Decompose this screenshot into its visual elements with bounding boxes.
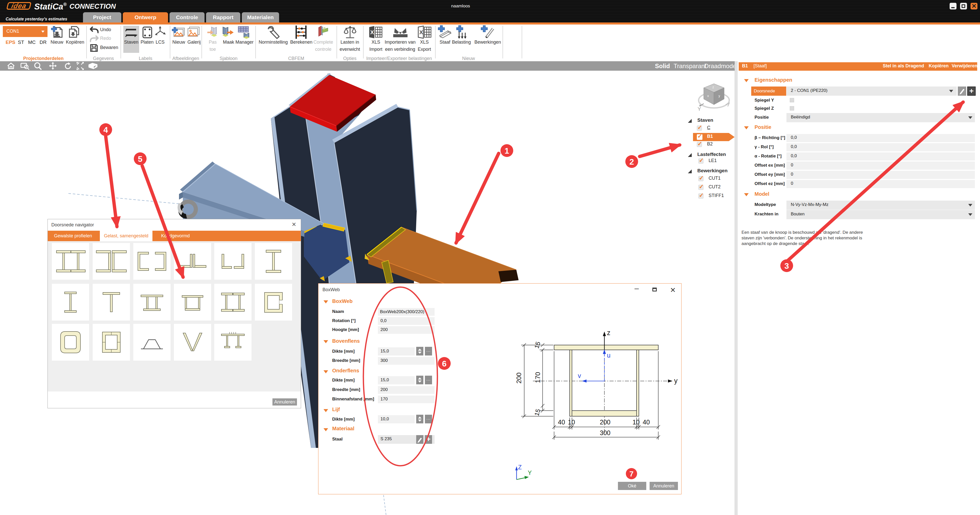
svg-text:40: 40 bbox=[558, 418, 565, 426]
svg-text:200: 200 bbox=[515, 373, 523, 383]
svg-text:15: 15 bbox=[533, 341, 542, 350]
svg-text:v: v bbox=[578, 372, 581, 379]
svg-text:Y: Y bbox=[528, 470, 531, 476]
svg-text:Z: Z bbox=[518, 464, 522, 470]
svg-text:170: 170 bbox=[534, 372, 542, 383]
svg-text:u: u bbox=[607, 352, 611, 359]
svg-text:10: 10 bbox=[633, 418, 640, 426]
svg-text:z: z bbox=[713, 86, 714, 89]
svg-text:y: y bbox=[719, 94, 720, 98]
svg-text:z: z bbox=[607, 329, 611, 337]
svg-text:15: 15 bbox=[533, 409, 542, 417]
svg-text:X: X bbox=[370, 29, 374, 35]
svg-text:X: X bbox=[419, 29, 423, 35]
svg-text:y: y bbox=[674, 377, 678, 385]
svg-text:300: 300 bbox=[600, 429, 611, 436]
svg-text:200: 200 bbox=[600, 418, 611, 426]
svg-text:Y: Y bbox=[698, 106, 701, 112]
svg-text:10: 10 bbox=[568, 418, 575, 426]
svg-text:x: x bbox=[707, 94, 709, 98]
svg-text:40: 40 bbox=[643, 418, 650, 426]
